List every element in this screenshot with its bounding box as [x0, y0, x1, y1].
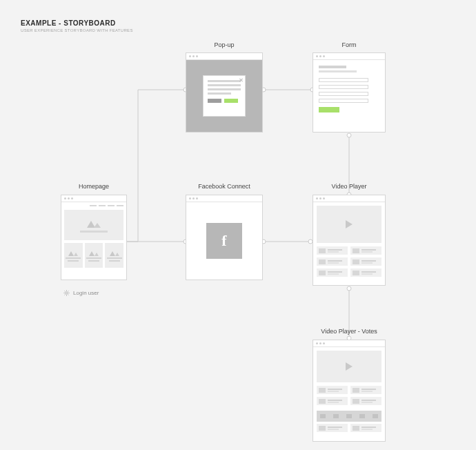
screen-form — [313, 52, 386, 133]
svg-line-17 — [68, 294, 68, 295]
annotation-text: Login user — [73, 290, 99, 296]
image-icon — [87, 218, 101, 228]
screen-facebook: f — [186, 195, 263, 280]
svg-point-5 — [347, 133, 351, 137]
page-title: EXAMPLE - STORYBOARD — [21, 19, 133, 27]
label-form: Form — [313, 41, 386, 48]
annotation-login-user: Login user — [63, 290, 99, 296]
screen-popup — [186, 52, 263, 133]
window-chrome — [61, 195, 126, 202]
label-homepage: Homepage — [61, 183, 127, 190]
screen-homepage — [61, 195, 127, 280]
image-icon — [68, 250, 78, 256]
label-facebook: Facebook Connect — [186, 183, 263, 190]
play-icon — [346, 220, 353, 228]
screen-video — [313, 195, 386, 286]
svg-point-11 — [66, 292, 68, 294]
svg-line-16 — [65, 291, 66, 292]
svg-line-19 — [68, 291, 68, 292]
window-chrome — [186, 195, 262, 202]
image-icon — [89, 250, 99, 256]
svg-line-18 — [65, 294, 66, 295]
play-icon — [346, 362, 353, 371]
label-popup: Pop-up — [186, 41, 263, 48]
window-chrome — [313, 340, 385, 347]
image-icon — [110, 250, 119, 256]
screen-votes — [313, 340, 386, 442]
window-chrome — [313, 53, 385, 60]
window-chrome — [313, 195, 385, 202]
svg-point-9 — [347, 286, 351, 291]
facebook-icon: f — [221, 232, 226, 250]
gear-icon — [63, 290, 70, 296]
page-subtitle: USER EXPERIENCE STORYBOARD WITH FEATURES — [21, 28, 133, 32]
label-votes: Video Player - Votes — [313, 328, 386, 335]
window-chrome — [186, 53, 262, 60]
label-video: Video Player — [313, 183, 386, 190]
close-icon — [239, 78, 243, 82]
